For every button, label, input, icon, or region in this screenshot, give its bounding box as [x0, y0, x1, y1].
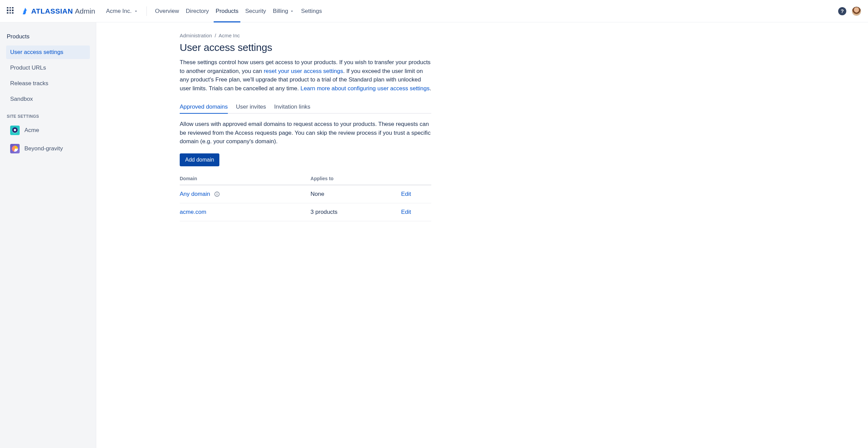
user-avatar[interactable]	[852, 6, 861, 16]
nav-directory[interactable]: Directory	[182, 0, 212, 22]
approved-domains-description: Allow users with approved email domains …	[180, 120, 431, 146]
sidebar-site-beyond-gravity[interactable]: Beyond-gravity	[6, 141, 90, 157]
nav-products[interactable]: Products	[212, 0, 242, 22]
top-nav: ATLASSIAN Admin Acme Inc. Overview Direc…	[0, 0, 868, 22]
link-reset-user-access[interactable]: reset your user access settings	[264, 68, 343, 74]
svg-point-1	[217, 193, 217, 193]
nav-overview[interactable]: Overview	[152, 0, 182, 22]
edit-link[interactable]: Edit	[401, 209, 411, 215]
org-name: Acme Inc.	[106, 8, 132, 15]
table-row: acme.com 3 products Edit	[180, 203, 431, 221]
domain-link-any-domain[interactable]: Any domain	[180, 191, 210, 197]
table-row: Any domain None Edit	[180, 185, 431, 203]
sidebar: Products User access settings Product UR…	[0, 22, 96, 448]
org-switcher[interactable]: Acme Inc.	[104, 8, 141, 15]
edit-link[interactable]: Edit	[401, 191, 411, 197]
nav-billing[interactable]: Billing	[270, 0, 298, 22]
brand-name: ATLASSIAN	[31, 7, 73, 15]
page-title: User access settings	[180, 42, 431, 53]
sidebar-section-site-settings: SITE SETTINGS	[7, 114, 90, 119]
info-icon[interactable]	[214, 191, 220, 197]
sidebar-heading: Products	[6, 30, 90, 43]
site-icon	[10, 126, 20, 135]
main-content: Administration / Acme Inc User access se…	[96, 22, 868, 448]
primary-nav: Overview Directory Products Security Bil…	[152, 0, 325, 22]
domain-link-acme-com[interactable]: acme.com	[180, 209, 206, 215]
svg-rect-2	[217, 194, 217, 195]
breadcrumb: Administration / Acme Inc	[180, 33, 431, 38]
sidebar-item-product-urls[interactable]: Product URLs	[6, 61, 90, 75]
nav-security[interactable]: Security	[242, 0, 269, 22]
tabs: Approved domains User invites Invitation…	[180, 101, 431, 114]
app-switcher-icon[interactable]	[7, 7, 15, 15]
help-button[interactable]: ?	[838, 7, 846, 15]
page-description: These settings control how users get acc…	[180, 58, 431, 93]
link-learn-more-user-access[interactable]: Learn more about configuring user access…	[300, 85, 430, 92]
tab-invitation-links[interactable]: Invitation links	[274, 101, 311, 113]
applies-to-cell: None	[311, 185, 401, 203]
atlassian-logo-icon	[21, 7, 29, 15]
applies-to-cell: 3 products	[311, 203, 401, 221]
col-header-action	[401, 172, 431, 185]
approved-domains-table: Domain Applies to Any domain None	[180, 172, 431, 221]
sidebar-item-release-tracks[interactable]: Release tracks	[6, 77, 90, 90]
chevron-down-icon	[134, 9, 138, 14]
brand-logo[interactable]: ATLASSIAN Admin	[21, 7, 95, 15]
nav-divider	[146, 6, 147, 16]
nav-settings[interactable]: Settings	[298, 0, 325, 22]
tab-user-invites[interactable]: User invites	[236, 101, 266, 113]
chevron-down-icon	[290, 9, 294, 14]
tab-approved-domains[interactable]: Approved domains	[180, 101, 228, 113]
site-icon	[10, 144, 20, 153]
brand-suffix: Admin	[75, 7, 95, 15]
sidebar-item-user-access-settings[interactable]: User access settings	[6, 45, 90, 59]
sidebar-site-acme[interactable]: Acme	[6, 122, 90, 138]
help-icon: ?	[841, 8, 844, 14]
col-header-applies-to: Applies to	[311, 172, 401, 185]
sidebar-item-sandbox[interactable]: Sandbox	[6, 92, 90, 106]
col-header-domain: Domain	[180, 172, 311, 185]
add-domain-button[interactable]: Add domain	[180, 153, 219, 166]
